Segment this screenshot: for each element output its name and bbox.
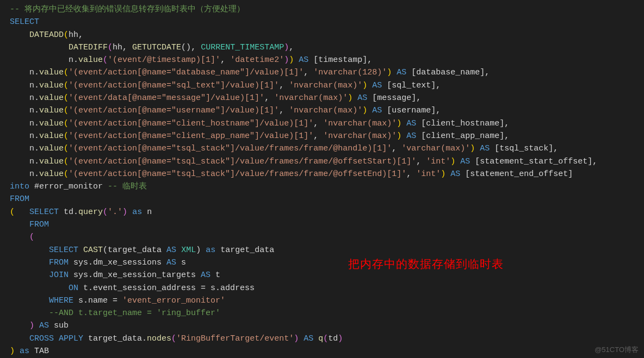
red-annotation: 把内存中的数据存储到临时表 <box>348 256 504 272</box>
watermark: @51CTO博客 <box>595 345 639 355</box>
code-block: -- 将内存中已经收集到的错误信息转存到临时表中（方便处理） SELECT DA… <box>0 0 644 357</box>
